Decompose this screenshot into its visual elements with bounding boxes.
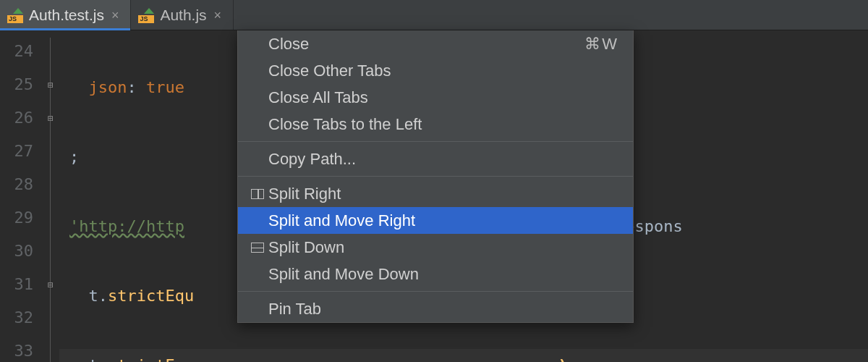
menu-separator — [238, 176, 633, 177]
line-number: 31 — [0, 268, 42, 301]
split-down-icon — [247, 243, 268, 253]
line-number: 29 — [0, 201, 42, 235]
menu-close[interactable]: Close ⌘W — [238, 30, 633, 57]
fold-column: ⊟ ⊟ ⊟ — [42, 30, 59, 362]
tab-auth-test[interactable]: JS Auth.test.js × — [0, 0, 131, 30]
menu-close-all-tabs[interactable]: Close All Tabs — [238, 84, 633, 111]
line-number: 25 — [0, 68, 42, 101]
tab-label: Auth.js — [160, 7, 206, 24]
line-number: 28 — [0, 168, 42, 201]
menu-pin-tab[interactable]: Pin Tab — [238, 295, 633, 322]
menu-close-other-tabs[interactable]: Close Other Tabs — [238, 57, 633, 84]
line-number: 32 — [0, 301, 42, 334]
gutter: 24 25 26 27 28 29 30 31 32 33 — [0, 30, 42, 362]
fold-marker-icon[interactable]: ⊟ — [42, 101, 59, 135]
line-number: 33 — [0, 334, 42, 362]
menu-close-tabs-left[interactable]: Close Tabs to the Left — [238, 111, 633, 138]
shortcut: ⌘W — [584, 35, 618, 54]
js-file-icon: JS — [7, 7, 23, 23]
menu-separator — [238, 141, 633, 142]
menu-split-right[interactable]: Split Right — [238, 180, 633, 207]
menu-copy-path[interactable]: Copy Path... — [238, 146, 633, 172]
close-icon[interactable]: × — [110, 9, 121, 22]
line-number: 30 — [0, 235, 42, 268]
tab-auth[interactable]: JS Auth.js × — [131, 0, 234, 30]
menu-split-down[interactable]: Split Down — [238, 234, 633, 261]
line-number: 26 — [0, 101, 42, 135]
fold-marker-icon[interactable]: ⊟ — [42, 68, 59, 101]
line-number: 27 — [0, 135, 42, 168]
tab-bar: JS Auth.test.js × JS Auth.js × — [0, 0, 868, 30]
line-number: 24 — [0, 35, 42, 68]
tab-context-menu: Close ⌘W Close Other Tabs Close All Tabs… — [237, 30, 634, 323]
tab-label: Auth.test.js — [29, 7, 104, 24]
close-icon[interactable]: × — [213, 9, 224, 22]
split-right-icon — [247, 189, 268, 199]
js-file-icon: JS — [138, 7, 154, 23]
menu-split-and-move-down[interactable]: Split and Move Down — [238, 261, 633, 287]
menu-split-and-move-right[interactable]: Split and Move Right — [238, 207, 633, 234]
menu-separator — [238, 291, 633, 292]
fold-marker-icon[interactable]: ⊟ — [42, 268, 59, 301]
